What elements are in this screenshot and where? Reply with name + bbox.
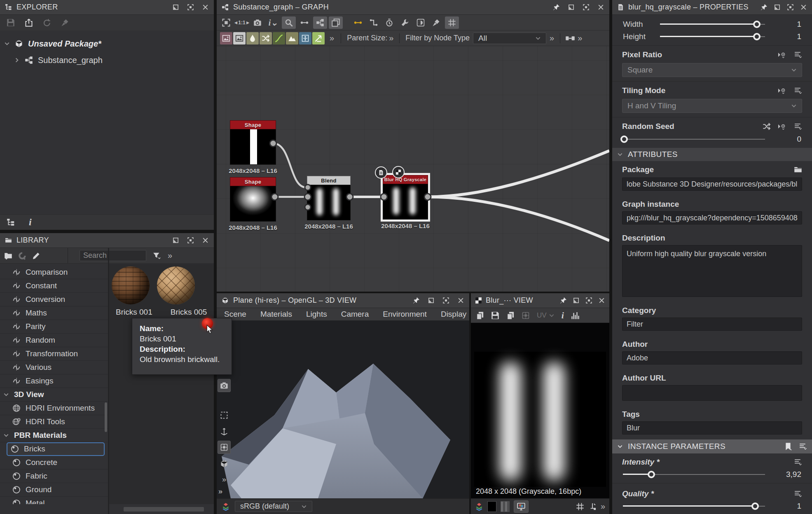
grayscale-conversion-node-button[interactable] <box>233 32 246 44</box>
tiling-mode-dropdown[interactable]: H and V Tiling <box>622 99 802 113</box>
display-thumbnails-button[interactable] <box>329 16 343 29</box>
library-category[interactable]: HDRI Environments <box>0 402 108 415</box>
author-input[interactable] <box>622 351 802 364</box>
search-input[interactable] <box>80 250 146 261</box>
blend-node-button[interactable] <box>246 32 259 44</box>
close-window-icon[interactable] <box>598 297 605 304</box>
presets-menu-icon[interactable] <box>799 442 807 451</box>
pin-icon[interactable] <box>412 297 420 304</box>
library-group-3d-view[interactable]: 3D View <box>0 388 108 402</box>
close-window-icon[interactable] <box>800 4 807 11</box>
float-window-icon[interactable] <box>572 297 580 304</box>
info-icon[interactable]: i <box>562 310 564 321</box>
uv-mode-dropdown[interactable]: UV <box>537 311 555 320</box>
maximize-window-icon[interactable] <box>585 297 592 304</box>
curve-node-button[interactable] <box>273 32 285 44</box>
library-category[interactable]: Transformation <box>0 347 108 361</box>
maximize-window-icon[interactable] <box>187 4 194 11</box>
search-button[interactable] <box>282 16 296 29</box>
node-attributes-badge-icon[interactable] <box>375 166 387 179</box>
normal-node-button[interactable] <box>312 32 325 44</box>
close-window-icon[interactable] <box>457 297 464 304</box>
width-slider[interactable] <box>660 20 765 29</box>
library-category[interactable]: Easings <box>0 374 108 388</box>
view2d-canvas[interactable]: 2048 x 2048 (Grayscale, 16bpc) <box>471 323 609 498</box>
export-icon[interactable] <box>25 19 33 27</box>
tree-item-package[interactable]: Unsaved Package* <box>0 35 214 52</box>
node-blend[interactable]: Blend 2048x2048 – L16 <box>307 176 351 220</box>
background-pattern-swatch[interactable] <box>501 501 510 512</box>
view2d-bottom-more-icon[interactable]: » <box>601 502 605 511</box>
maximize-window-icon[interactable] <box>187 237 194 244</box>
tree-item-graph[interactable]: Substance_graph <box>0 52 214 68</box>
open-folder-icon[interactable] <box>794 166 802 174</box>
menu-scene[interactable]: Scene <box>224 310 246 319</box>
float-window-icon[interactable] <box>427 297 435 304</box>
save-icon[interactable] <box>7 19 15 27</box>
viewport-overflow-icon[interactable]: » <box>218 487 222 496</box>
chevron-down-icon[interactable] <box>4 41 10 47</box>
chevron-down-icon[interactable] <box>3 432 9 438</box>
intensity-slider[interactable] <box>623 470 765 479</box>
parameter-menu-icon[interactable] <box>794 122 802 131</box>
connect-nodes-icon[interactable] <box>565 34 575 42</box>
colorspace-dropdown[interactable]: sRGB (default) <box>235 501 312 512</box>
float-window-icon[interactable] <box>172 4 179 11</box>
node-blur-hq-grayscale[interactable]: Blur HQ Grayscale 2048x2048 – L16 <box>382 175 428 220</box>
connect-more-icon[interactable]: » <box>578 33 582 43</box>
float-window-icon[interactable] <box>567 4 575 11</box>
library-category[interactable]: Fabric <box>0 470 108 483</box>
display-filter-button[interactable] <box>514 500 529 513</box>
new-folder-icon[interactable] <box>4 252 12 260</box>
pin-icon[interactable] <box>552 4 560 11</box>
link-routing-button[interactable] <box>367 16 381 29</box>
transform-view-icon[interactable] <box>522 311 530 320</box>
save-image-icon[interactable] <box>491 311 499 320</box>
levels-node-button[interactable] <box>286 32 298 44</box>
maximize-window-icon[interactable] <box>786 4 794 11</box>
library-category[interactable]: Metal <box>0 497 108 504</box>
maximize-window-icon[interactable] <box>582 4 590 11</box>
tile-grid-icon[interactable] <box>576 502 584 511</box>
close-window-icon[interactable] <box>597 4 604 11</box>
library-category[interactable]: Maths <box>0 306 108 320</box>
category-input[interactable] <box>622 318 802 331</box>
library-category[interactable]: Conversion <box>0 293 108 306</box>
height-slider[interactable] <box>660 32 765 41</box>
node-type-filter-dropdown[interactable]: All <box>473 33 546 44</box>
close-window-icon[interactable] <box>201 237 209 244</box>
library-category[interactable]: Various <box>0 361 108 374</box>
view3d-viewport[interactable]: » » <box>217 320 469 498</box>
new-view-icon[interactable] <box>476 311 484 320</box>
viewport-axes-button[interactable] <box>218 425 231 438</box>
bookmark-preset-icon[interactable] <box>784 442 792 451</box>
node-grayscale-badge-icon[interactable] <box>392 166 405 178</box>
hierarchy-view-icon[interactable] <box>7 218 15 227</box>
library-category-bricks[interactable]: Bricks <box>7 442 105 456</box>
node-shape-2[interactable]: Shape 2048x2048 – L16 <box>230 177 276 222</box>
viewport-toolbar-more-icon[interactable]: » <box>218 473 231 486</box>
color-picker-icon[interactable] <box>588 502 597 511</box>
library-category[interactable]: Comparison <box>0 266 108 279</box>
fit-view-button[interactable] <box>219 16 233 29</box>
parent-size-more-icon[interactable]: » <box>389 33 393 43</box>
filter-icon[interactable] <box>153 252 161 260</box>
pixel-ratio-dropdown[interactable]: Square <box>622 63 802 77</box>
parameter-menu-icon[interactable] <box>794 86 802 95</box>
snap-grid-button[interactable] <box>445 16 459 29</box>
info-button[interactable]: i⌄ <box>266 16 280 29</box>
tools-button[interactable] <box>398 16 412 29</box>
instance-parameters-section-header[interactable]: INSTANCE PARAMETERS <box>612 439 812 453</box>
menu-display[interactable]: Display <box>441 310 466 319</box>
menu-lights[interactable]: Lights <box>306 310 327 319</box>
library-category[interactable]: Parity <box>0 320 108 334</box>
material-thumbnail-bricks-005[interactable] <box>157 266 195 304</box>
display-nodes-button[interactable] <box>313 16 327 29</box>
compute-time-button[interactable] <box>382 16 396 29</box>
maximize-window-icon[interactable] <box>442 297 449 304</box>
pin-icon[interactable] <box>760 4 768 11</box>
filter-more-icon[interactable]: » <box>550 33 554 43</box>
expose-parameter-icon[interactable] <box>777 122 787 131</box>
library-category[interactable]: Concrete <box>0 456 108 470</box>
package-input[interactable] <box>622 178 802 191</box>
